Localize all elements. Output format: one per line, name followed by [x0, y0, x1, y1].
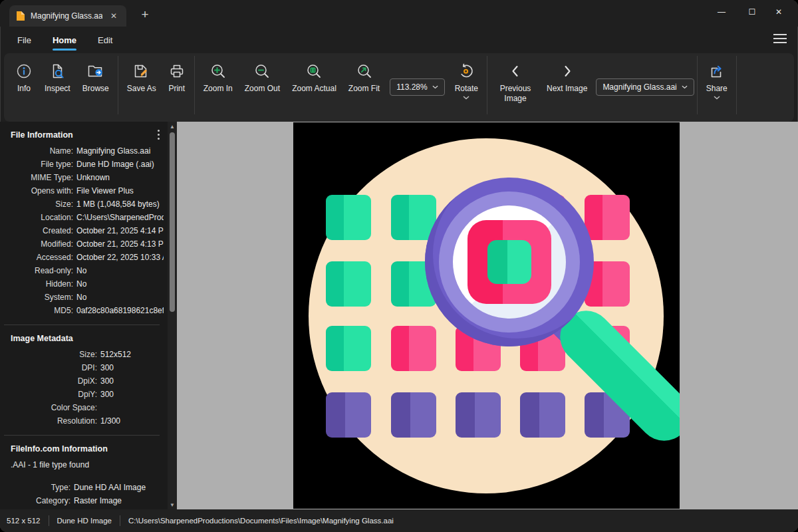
- file-info-row: Modified: October 21, 2025 4:13 PM: [11, 237, 164, 251]
- metadata-row: Color Space:: [11, 401, 164, 414]
- artwork-grid-square: [391, 326, 436, 371]
- section-title: File Information: [11, 130, 164, 140]
- fileinfo-subtitle: .AAI - 1 file type found: [11, 458, 164, 471]
- file-icon: [16, 11, 25, 21]
- file-info-row: Hidden: No: [11, 277, 164, 291]
- menu-home[interactable]: Home: [45, 30, 84, 51]
- toolbar-separator: [487, 56, 487, 114]
- zoom-fit-button[interactable]: Zoom Fit: [342, 53, 386, 94]
- next-image-button[interactable]: Next Image: [541, 53, 593, 94]
- scrollbar-thumb[interactable]: [170, 132, 175, 312]
- document-tab[interactable]: Magnifying Glass.aai ✕: [9, 5, 126, 27]
- tab-close-icon[interactable]: ✕: [108, 10, 120, 22]
- toolbar-separator: [736, 56, 737, 114]
- toolbar-separator: [697, 56, 698, 114]
- artwork-grid-square: [326, 326, 371, 371]
- browse-button[interactable]: Browse: [76, 53, 115, 94]
- info-button[interactable]: Info: [9, 53, 39, 94]
- zoom-actual-icon: [305, 62, 323, 80]
- zoom-fit-icon: [356, 62, 373, 80]
- print-icon: [168, 62, 186, 80]
- file-info-row: System: No: [11, 291, 164, 304]
- zoom-actual-button[interactable]: Zoom Actual: [286, 53, 342, 94]
- title-bar: Magnifying Glass.aai ✕ + — ☐ ✕: [0, 0, 798, 27]
- share-button[interactable]: Share: [700, 53, 733, 100]
- share-icon: [708, 62, 726, 80]
- browse-icon: [86, 62, 105, 80]
- zoom-out-button[interactable]: Zoom Out: [239, 53, 286, 94]
- chevron-down-icon: [463, 96, 469, 100]
- metadata-row: DPI: 300: [11, 361, 164, 374]
- chevron-left-icon: [507, 62, 523, 80]
- scroll-up-icon[interactable]: ▲: [168, 122, 177, 131]
- save-as-icon: [132, 62, 150, 80]
- viewer-canvas[interactable]: [177, 122, 798, 509]
- rotate-button[interactable]: Rotate: [449, 53, 484, 100]
- file-info-row: Read-only: No: [11, 264, 164, 277]
- section-title: FileInfo.com Information: [11, 444, 164, 454]
- image-artwork: [293, 122, 680, 509]
- chevron-down-icon: [432, 85, 438, 89]
- artwork-grid-square: [585, 195, 630, 240]
- artwork-grid-square: [391, 392, 436, 438]
- zoom-in-button[interactable]: Zoom In: [198, 53, 239, 94]
- file-info-row: Created: October 21, 2025 4:14 PM: [11, 224, 164, 237]
- file-info-row: Name: Magnifying Glass.aai: [11, 144, 164, 158]
- status-format: Dune HD Image: [57, 517, 112, 525]
- artwork-grid-square: [326, 261, 371, 307]
- new-tab-button[interactable]: +: [137, 7, 153, 23]
- fileinfo-row: Category: Raster Image: [11, 494, 164, 507]
- toolbar-separator: [118, 56, 118, 114]
- file-info-row: MIME Type: Unknown: [11, 171, 164, 184]
- rotate-icon: [458, 62, 475, 80]
- section-title: Image Metadata: [11, 334, 164, 343]
- artwork-grid-square: [326, 392, 371, 438]
- chevron-down-icon: [682, 85, 688, 89]
- save-as-button[interactable]: Save As: [121, 53, 162, 94]
- ribbon-toolbar: Info Inspect B: [4, 53, 794, 122]
- file-selector-dropdown[interactable]: Magnifying Glass.aai: [596, 78, 694, 96]
- zoom-out-icon: [253, 62, 271, 80]
- file-info-row: Opens with: File Viewer Plus: [11, 184, 164, 198]
- previous-image-button[interactable]: Previous Image: [490, 53, 541, 104]
- artwork-grid-square: [456, 392, 501, 438]
- artwork-grid-square: [326, 195, 371, 240]
- status-bar: 512 x 512 Dune HD Image C:\Users\Sharpen…: [0, 509, 798, 532]
- zoom-level-dropdown[interactable]: 113.28%: [390, 78, 444, 96]
- minimize-button[interactable]: —: [706, 0, 737, 24]
- chevron-down-icon: [714, 96, 720, 100]
- status-dimensions: 512 x 512: [7, 517, 41, 525]
- metadata-row: DpiX: 300: [11, 374, 164, 388]
- close-button[interactable]: ✕: [763, 0, 794, 24]
- inspect-icon: [49, 62, 66, 80]
- print-button[interactable]: Print: [162, 53, 192, 94]
- metadata-row: Size: 512x512: [11, 348, 164, 361]
- file-info-row: Location: C:\Users\SharpenedProdu...: [11, 211, 164, 224]
- file-information-section: File Information Name: Magnifying Glass.…: [0, 122, 166, 320]
- sidebar-scrollbar[interactable]: ▲ ▼: [168, 122, 177, 509]
- inspect-button[interactable]: Inspect: [39, 53, 76, 94]
- menu-bar: File Home Edit: [0, 27, 798, 53]
- menu-file[interactable]: File: [9, 30, 39, 51]
- hamburger-menu-icon[interactable]: [773, 33, 787, 44]
- info-icon: [15, 62, 33, 80]
- artwork-grid-square: [520, 392, 565, 438]
- toolbar-separator: [194, 56, 195, 114]
- chevron-right-icon: [559, 62, 575, 80]
- file-info-row: MD5: 0af28c80a68198621c8efef7...: [11, 304, 164, 317]
- status-separator: [120, 515, 120, 526]
- scroll-down-icon[interactable]: ▼: [168, 500, 177, 509]
- metadata-row: DpiY: 300: [11, 388, 164, 401]
- fileinfo-section: FileInfo.com Information .AAI - 1 file t…: [0, 436, 166, 509]
- metadata-row: Resolution: 1/300: [11, 414, 164, 428]
- image-metadata-section: Image Metadata Size: 512x512 DPI: 300: [0, 325, 166, 430]
- zoom-in-icon: [209, 62, 227, 80]
- tab-title: Magnifying Glass.aai: [31, 11, 102, 21]
- file-info-row: Accessed: October 22, 2025 10:33 AM: [11, 251, 164, 264]
- artwork-magnified-green-square: [487, 240, 531, 284]
- info-sidebar: File Information Name: Magnifying Glass.…: [0, 122, 177, 509]
- menu-edit[interactable]: Edit: [90, 30, 120, 51]
- sidebar-more-options-icon[interactable]: [158, 130, 160, 140]
- fileinfo-row: Type: Dune HD AAI Image: [11, 481, 164, 494]
- status-separator: [49, 515, 49, 526]
